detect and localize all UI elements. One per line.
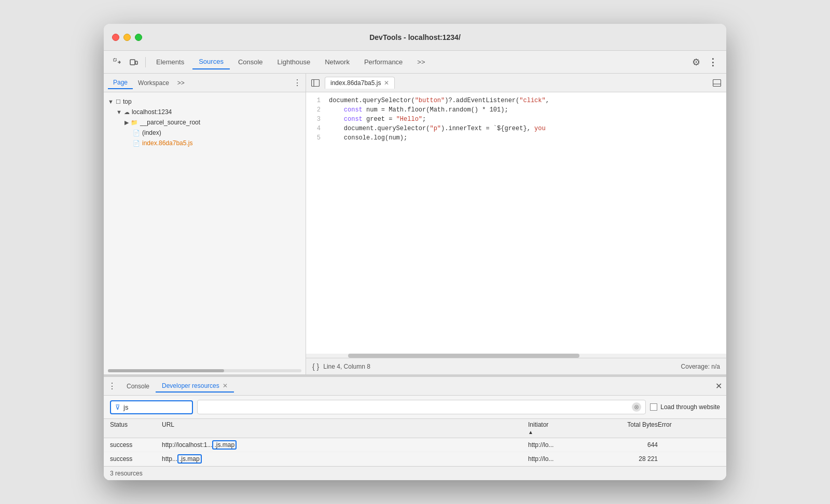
panel-tabs: Page Workspace >> ⋮: [104, 74, 306, 92]
more-options-icon[interactable]: ⋮: [706, 55, 720, 69]
row2-url: http....js.map: [162, 455, 528, 463]
code-line-3: 3 const greet = "Hello";: [306, 115, 726, 124]
filter-area: ⊽ ⊗ Load through website: [104, 396, 726, 419]
tab-sources[interactable]: Sources: [192, 54, 230, 69]
filter-type-input[interactable]: [123, 403, 165, 411]
svg-rect-8: [713, 79, 721, 86]
editor-tab-close-icon[interactable]: ✕: [384, 79, 389, 87]
line-num-4: 4: [306, 125, 327, 133]
filter-clear-button[interactable]: ⊗: [632, 402, 641, 412]
svg-rect-4: [130, 60, 135, 65]
tree-item-top[interactable]: ▼ ☐ top: [104, 96, 306, 107]
tab-performance[interactable]: Performance: [358, 55, 409, 69]
sidebar-toggle-icon[interactable]: [308, 76, 323, 90]
panel-options-icon[interactable]: ⋮: [293, 78, 301, 88]
tree-file-index: 📄: [133, 130, 140, 136]
tree-label-index: (index): [142, 129, 161, 136]
tree-item-localhost[interactable]: ▼ ☁ localhost:1234: [104, 107, 306, 117]
tree-arrow-top: ▼: [108, 99, 114, 105]
filter-main-input[interactable]: [202, 403, 632, 411]
tab-console-bottom[interactable]: Console: [120, 381, 156, 392]
code-editor[interactable]: 1 document.querySelector("button")?.addE…: [306, 92, 726, 354]
cursor-tool-icon[interactable]: [110, 55, 125, 69]
tree-label-parcel: __parcel_source_root: [140, 119, 200, 126]
tab-developer-resources[interactable]: Developer resources ✕: [156, 380, 234, 393]
tab-lighthouse[interactable]: Lighthouse: [271, 55, 317, 69]
row2-bytes: 28 221: [606, 455, 658, 463]
tree-item-parcel[interactable]: ▶ 📁 __parcel_source_root: [104, 117, 306, 128]
resources-footer: 3 resources: [104, 466, 726, 480]
device-toggle-icon[interactable]: [127, 55, 141, 69]
row1-initiator: http://lo...: [528, 441, 606, 449]
tab-console[interactable]: Console: [232, 55, 269, 69]
load-through-website-label: Load through website: [660, 403, 720, 411]
file-tree-scrollbar[interactable]: [108, 369, 301, 372]
left-panel: Page Workspace >> ⋮ ▼ ☐ top ▼ ☁ localhos…: [104, 74, 306, 374]
coverage-status: Coverage: n/a: [681, 363, 720, 370]
editor-tab-js[interactable]: index.86da7ba5.js ✕: [325, 77, 395, 89]
panel-tab-more[interactable]: >>: [174, 77, 188, 89]
row2-url-suffix: .js.map: [177, 454, 202, 464]
bottom-panel: ⋮ Console Developer resources ✕ ✕ ⊽ ⊗ Lo…: [104, 376, 726, 480]
bottom-panel-close-icon[interactable]: ✕: [715, 381, 722, 391]
row1-url: http://localhost:1....js.map: [162, 441, 528, 449]
line-content-2: const num = Math.floor(Math.random() * 1…: [327, 106, 726, 115]
resources-count: 3 resources: [110, 470, 143, 477]
load-through-website-checkbox[interactable]: [650, 403, 657, 411]
tree-folder-parcel: 📁: [131, 119, 138, 126]
line-num-2: 2: [306, 106, 327, 115]
table-row[interactable]: success http://localhost:1....js.map htt…: [104, 438, 726, 452]
panel-toggle-icon[interactable]: [710, 76, 724, 90]
line-content-4: document.querySelector("p").innerText = …: [327, 125, 726, 133]
cursor-position: Line 4, Column 8: [323, 363, 370, 370]
tree-cloud-icon: ☁: [124, 109, 130, 116]
code-line-2: 2 const num = Math.floor(Math.random() *…: [306, 106, 726, 115]
window-title: DevTools - localhost:1234/: [369, 33, 461, 41]
table-row[interactable]: success http....js.map http://lo... 28 2…: [104, 452, 726, 466]
tree-label-localhost: localhost:1234: [132, 108, 172, 116]
tab-workspace[interactable]: Workspace: [133, 77, 174, 89]
developer-resources-label: Developer resources: [162, 382, 219, 389]
row2-url-prefix: http...: [162, 455, 177, 463]
code-horizontal-scrollbar[interactable]: [306, 354, 726, 358]
col-header-bytes[interactable]: Total Bytes: [606, 421, 658, 436]
close-button[interactable]: [112, 34, 119, 41]
row2-status: success: [110, 455, 162, 463]
tab-page[interactable]: Page: [108, 77, 133, 89]
tree-item-index[interactable]: 📄 (index): [104, 128, 306, 138]
tree-folder-top: ☐: [116, 99, 121, 105]
code-line-4: 4 document.querySelector("p").innerText …: [306, 124, 726, 134]
tab-elements[interactable]: Elements: [150, 55, 190, 69]
settings-icon[interactable]: ⚙: [689, 55, 703, 69]
resources-table: Status URL Initiator ▲ Total Bytes Error…: [104, 419, 726, 466]
bottom-tab-options-icon[interactable]: ⋮: [108, 381, 116, 391]
developer-resources-close-icon[interactable]: ✕: [223, 382, 228, 389]
tree-label-js: index.86da7ba5.js: [142, 139, 192, 147]
line-content-5: console.log(num);: [327, 134, 726, 143]
main-content: Page Workspace >> ⋮ ▼ ☐ top ▼ ☁ localhos…: [104, 74, 726, 374]
code-scrollbar-thumb: [348, 354, 579, 358]
row1-url-prefix: http://localhost:1...: [162, 441, 212, 449]
filter-type-wrapper[interactable]: ⊽: [110, 400, 193, 414]
svg-rect-5: [135, 61, 137, 64]
filter-main-wrapper[interactable]: ⊗: [197, 400, 646, 414]
col-header-error: Error: [658, 421, 720, 436]
row2-initiator: http://lo...: [528, 455, 606, 463]
filter-funnel-icon: ⊽: [115, 403, 120, 411]
minimize-button[interactable]: [123, 34, 131, 41]
table-header: Status URL Initiator ▲ Total Bytes Error: [104, 419, 726, 438]
code-line-5: 5 console.log(num);: [306, 134, 726, 143]
col-header-initiator[interactable]: Initiator ▲: [528, 421, 606, 436]
tree-item-js[interactable]: 📄 index.86da7ba5.js: [104, 138, 306, 148]
file-tree-scrollbar-thumb: [108, 369, 224, 372]
tab-more[interactable]: >>: [411, 55, 431, 69]
maximize-button[interactable]: [135, 34, 142, 41]
initiator-label: Initiator: [528, 421, 606, 428]
status-left: { } Line 4, Column 8: [312, 362, 370, 371]
tree-arrow-localhost: ▼: [116, 109, 122, 115]
tree-file-js: 📄: [133, 140, 140, 147]
tab-network[interactable]: Network: [319, 55, 356, 69]
line-num-1: 1: [306, 97, 327, 105]
format-icon[interactable]: { }: [312, 362, 319, 371]
col-header-url[interactable]: URL: [162, 421, 528, 436]
